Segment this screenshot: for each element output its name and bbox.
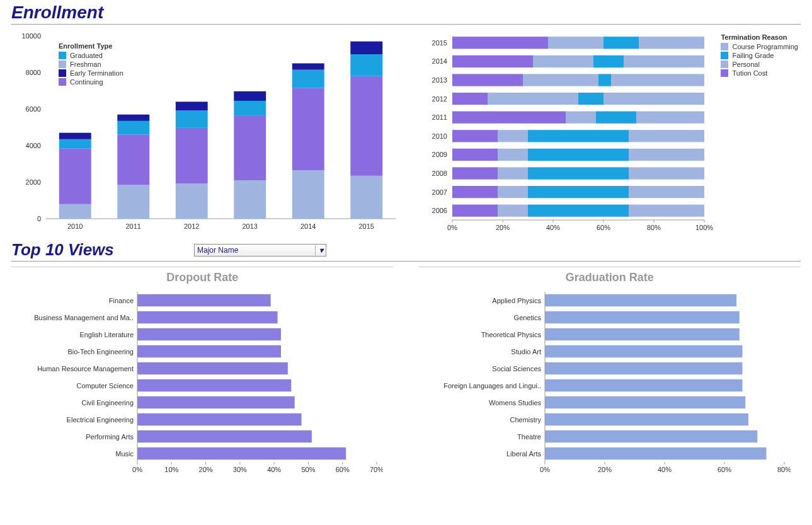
bar-segment[interactable] bbox=[234, 180, 266, 219]
bar-segment[interactable] bbox=[117, 115, 149, 121]
bar-segment[interactable] bbox=[234, 115, 266, 180]
bar-segment[interactable] bbox=[548, 37, 603, 49]
bar-segment[interactable] bbox=[59, 139, 91, 149]
bar-segment[interactable] bbox=[117, 135, 149, 185]
bar[interactable] bbox=[545, 328, 740, 340]
bar[interactable] bbox=[545, 311, 740, 323]
bar-segment[interactable] bbox=[452, 205, 498, 217]
bar-segment[interactable] bbox=[636, 112, 704, 124]
legend-item[interactable]: Tution Cost bbox=[721, 69, 798, 77]
bar-segment[interactable] bbox=[292, 70, 324, 88]
bar-segment[interactable] bbox=[350, 76, 382, 176]
bar-segment[interactable] bbox=[578, 93, 603, 105]
bar[interactable] bbox=[137, 328, 281, 340]
bar-segment[interactable] bbox=[533, 55, 593, 67]
bar-segment[interactable] bbox=[292, 64, 324, 70]
bar-segment[interactable] bbox=[350, 54, 382, 76]
bar[interactable] bbox=[545, 447, 767, 459]
bar-segment[interactable] bbox=[528, 205, 629, 217]
legend-item[interactable]: Continuing bbox=[59, 78, 123, 86]
bar[interactable] bbox=[137, 362, 288, 374]
bar[interactable] bbox=[137, 311, 278, 323]
bar-segment[interactable] bbox=[498, 130, 528, 142]
bar[interactable] bbox=[545, 294, 736, 306]
bar-segment[interactable] bbox=[498, 205, 528, 217]
bar-segment[interactable] bbox=[624, 55, 704, 67]
bar-segment[interactable] bbox=[498, 149, 528, 161]
bar-segment[interactable] bbox=[611, 74, 704, 86]
svg-text:Foreign Languages and Lingui..: Foreign Languages and Lingui.. bbox=[443, 382, 541, 389]
bar[interactable] bbox=[545, 345, 743, 357]
bar-segment[interactable] bbox=[498, 186, 528, 198]
dropout-chart[interactable]: 0%10%20%30%40%50%60%70%FinanceBusiness M… bbox=[11, 289, 383, 478]
bar-segment[interactable] bbox=[176, 183, 208, 219]
bar-segment[interactable] bbox=[629, 186, 704, 198]
bar-segment[interactable] bbox=[234, 91, 266, 101]
bar-segment[interactable] bbox=[117, 185, 149, 219]
legend-item[interactable]: Course Programming bbox=[721, 43, 798, 50]
bar[interactable] bbox=[137, 379, 291, 391]
legend-item[interactable]: Graduated bbox=[59, 52, 123, 59]
bar-segment[interactable] bbox=[596, 112, 636, 124]
bar[interactable] bbox=[137, 345, 281, 357]
legend-item[interactable]: Failing Grade bbox=[721, 52, 798, 59]
bar-segment[interactable] bbox=[350, 176, 382, 219]
bar[interactable] bbox=[137, 294, 271, 306]
bar-segment[interactable] bbox=[452, 55, 533, 67]
bar-segment[interactable] bbox=[59, 148, 91, 204]
svg-text:Business Management and Ma..: Business Management and Ma.. bbox=[34, 314, 134, 321]
bar-segment[interactable] bbox=[598, 74, 611, 86]
bar-segment[interactable] bbox=[603, 93, 704, 105]
bar-segment[interactable] bbox=[528, 186, 629, 198]
legend-item[interactable]: Early Termination bbox=[59, 69, 123, 77]
bar-segment[interactable] bbox=[176, 128, 208, 183]
bar-segment[interactable] bbox=[639, 37, 704, 49]
bar-segment[interactable] bbox=[452, 186, 498, 198]
bar-segment[interactable] bbox=[350, 42, 382, 54]
bar-segment[interactable] bbox=[488, 93, 578, 105]
bar-segment[interactable] bbox=[59, 133, 91, 139]
legend-item[interactable]: Freshman bbox=[59, 61, 123, 68]
bar-segment[interactable] bbox=[528, 149, 629, 161]
bar[interactable] bbox=[137, 447, 346, 459]
bar[interactable] bbox=[137, 430, 312, 442]
bar-segment[interactable] bbox=[117, 121, 149, 135]
bar[interactable] bbox=[545, 396, 745, 408]
bar[interactable] bbox=[137, 396, 295, 408]
bar[interactable] bbox=[545, 379, 743, 391]
bar-segment[interactable] bbox=[528, 130, 629, 142]
bar-segment[interactable] bbox=[603, 37, 639, 49]
bar-segment[interactable] bbox=[292, 170, 324, 219]
bar-segment[interactable] bbox=[452, 112, 566, 124]
bar-segment[interactable] bbox=[452, 167, 498, 179]
dropdown-selected: Major Name bbox=[197, 246, 238, 255]
bar-segment[interactable] bbox=[292, 88, 324, 171]
bar-segment[interactable] bbox=[528, 167, 629, 179]
bar-segment[interactable] bbox=[176, 101, 208, 110]
bar-segment[interactable] bbox=[59, 204, 91, 219]
bar-segment[interactable] bbox=[176, 110, 208, 128]
bar-segment[interactable] bbox=[566, 112, 596, 124]
bar-segment[interactable] bbox=[629, 167, 704, 179]
bar-segment[interactable] bbox=[452, 149, 498, 161]
legend-item[interactable]: Personal bbox=[721, 61, 798, 68]
bar-segment[interactable] bbox=[629, 205, 704, 217]
bar-segment[interactable] bbox=[498, 167, 528, 179]
major-name-dropdown[interactable]: Major Name ▾ bbox=[194, 244, 326, 257]
bar[interactable] bbox=[545, 430, 757, 442]
bar-segment[interactable] bbox=[629, 130, 704, 142]
bar-segment[interactable] bbox=[593, 55, 624, 67]
bar-segment[interactable] bbox=[629, 149, 704, 161]
bar-segment[interactable] bbox=[452, 93, 488, 105]
legend-swatch bbox=[721, 61, 728, 68]
svg-text:English Literature: English Literature bbox=[79, 331, 134, 338]
bar[interactable] bbox=[137, 413, 302, 425]
graduation-chart[interactable]: 0%20%40%60%80%Applied PhysicsGeneticsThe… bbox=[419, 289, 791, 478]
bar-segment[interactable] bbox=[452, 37, 548, 49]
bar[interactable] bbox=[545, 413, 748, 425]
bar-segment[interactable] bbox=[452, 130, 498, 142]
bar-segment[interactable] bbox=[234, 101, 266, 115]
bar[interactable] bbox=[545, 362, 743, 374]
bar-segment[interactable] bbox=[452, 74, 523, 86]
bar-segment[interactable] bbox=[523, 74, 598, 86]
